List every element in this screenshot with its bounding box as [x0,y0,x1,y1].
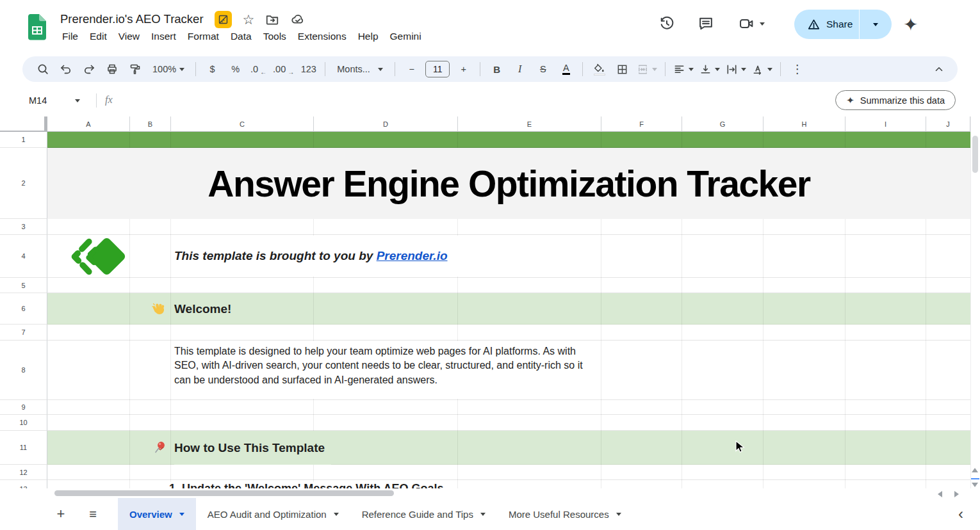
sheet-row-13[interactable]: 13 [0,480,970,488]
welcome-body-cell[interactable]: This template is designed to help your t… [171,341,601,399]
scroll-up-icon[interactable] [972,468,978,472]
tab-more-resources[interactable]: More Useful Resources [497,498,633,530]
fill-color-button[interactable] [588,59,610,79]
sheet-row-11[interactable]: 11 [0,431,970,465]
select-all-corner[interactable] [0,116,47,132]
row-header-3[interactable]: 3 [0,219,47,235]
sheet-row-9[interactable]: 9 [0,400,970,415]
hide-menus-button[interactable] [927,59,950,79]
tab-reference-guide[interactable]: Reference Guide and Tips [350,498,497,530]
menu-file[interactable]: File [56,29,84,44]
summarize-data-button[interactable]: ✦ Summarize this data [835,90,956,110]
more-formats-button[interactable]: 123 [297,59,320,79]
row-header-2[interactable]: 2 [0,148,47,219]
howto-heading-cell[interactable]: How to Use This Template [174,431,331,465]
column-header-b[interactable]: B [130,116,171,132]
menu-view[interactable]: View [113,29,145,44]
add-sheet-button[interactable]: + [53,506,69,522]
tab-caret-icon[interactable] [616,513,621,516]
redo-button[interactable] [78,59,100,79]
column-header-h[interactable]: H [764,116,845,132]
row-header-9[interactable]: 9 [0,400,47,415]
text-rotation-button[interactable] [749,59,775,79]
sheet-row-10[interactable]: 10 [0,415,970,431]
font-family-control[interactable]: Monts... [331,59,389,79]
menu-data[interactable]: Data [225,29,257,44]
horizontal-scrollbar-thumb[interactable] [54,490,394,496]
byline-cell[interactable]: This template is brought to you by Prere… [171,236,601,277]
cloud-status-icon[interactable] [290,12,305,27]
gemini-sparkle-icon[interactable]: ✦ [903,14,918,35]
row-header-6[interactable]: 6 [0,293,47,325]
menu-help[interactable]: Help [352,29,384,44]
row-header-11[interactable]: 11 [0,431,47,465]
share-caret-button[interactable] [860,10,892,39]
tab-aeo-audit[interactable]: AEO Audit and Optimization [196,498,350,530]
strikethrough-button[interactable]: S [532,59,554,79]
scroll-left-icon[interactable] [938,491,942,497]
menu-extensions[interactable]: Extensions [292,29,352,44]
undo-button[interactable] [54,59,77,79]
column-header-j[interactable]: J [926,116,970,132]
decrease-decimal-button[interactable]: .0← [247,59,270,79]
decrease-font-size-button[interactable]: − [400,59,423,79]
row-header-10[interactable]: 10 [0,415,47,431]
row-header-13[interactable]: 13 [0,480,47,488]
sheet-title-cell[interactable]: Answer Engine Optimization Tracker [47,148,970,219]
zoom-control[interactable]: 100% [147,59,190,79]
bold-button[interactable]: B [486,59,508,79]
italic-button[interactable]: I [509,59,531,79]
row-header-1[interactable]: 1 [0,132,47,148]
sheet-row-6[interactable]: 6 [0,293,970,325]
column-header-f[interactable]: F [601,116,682,132]
sheet-row-7[interactable]: 7 [0,325,970,341]
move-folder-icon[interactable] [265,12,279,26]
tab-caret-icon[interactable] [179,513,184,516]
column-header-g[interactable]: G [682,116,764,132]
sheet-row-1[interactable]: 1 [0,132,970,148]
search-menus-button[interactable] [31,59,54,79]
column-header-d[interactable]: D [314,116,458,132]
column-header-i[interactable]: I [845,116,926,132]
print-button[interactable] [101,59,123,79]
row-header-5[interactable]: 5 [0,278,47,293]
vertical-align-button[interactable] [697,59,723,79]
star-icon[interactable]: ☆ [243,13,255,26]
borders-button[interactable] [611,59,633,79]
sheet-row-12[interactable]: 12 [0,465,970,480]
all-sheets-button[interactable]: ≡ [85,507,101,522]
menu-gemini[interactable]: Gemini [384,29,427,44]
side-panel-collapse-icon[interactable]: ‹ [958,505,963,523]
menu-edit[interactable]: Edit [84,29,113,44]
increase-decimal-button[interactable]: .00→ [270,59,297,79]
tab-caret-icon[interactable] [480,513,486,516]
scroll-down-icon[interactable] [972,483,978,487]
labs-badge-icon[interactable] [215,11,232,28]
menu-tools[interactable]: Tools [257,29,292,44]
tab-caret-icon[interactable] [334,513,339,516]
menu-insert[interactable]: Insert [145,29,182,44]
format-currency-button[interactable]: $ [201,59,224,79]
sheet-row-5[interactable]: 5 [0,278,970,293]
vertical-scrollbar-thumb[interactable] [972,136,978,173]
menu-format[interactable]: Format [182,29,225,44]
text-color-button[interactable]: A [555,59,577,79]
video-call-button[interactable] [738,15,765,32]
version-history-icon[interactable] [658,15,675,32]
document-title[interactable]: Prerender.io's AEO Tracker [60,12,204,26]
row-header-8[interactable]: 8 [0,341,47,400]
comments-icon[interactable] [698,15,714,32]
column-header-a[interactable]: A [47,116,130,132]
column-header-c[interactable]: C [171,116,314,132]
format-percent-button[interactable]: % [224,59,247,79]
horizontal-align-button[interactable] [671,59,696,79]
sheet-row-3[interactable]: 3 [0,219,970,235]
more-toolbar-options-button[interactable]: ⋮ [786,59,808,79]
name-box[interactable]: M14 [22,91,86,110]
row-header-4[interactable]: 4 [0,235,47,278]
text-wrap-button[interactable] [723,59,749,79]
spreadsheet-grid[interactable]: A B C D E F G H I J 1 2 3 4 5 6 7 8 9 10… [0,116,970,488]
scroll-right-icon[interactable] [954,491,959,497]
video-call-caret-icon[interactable] [760,22,765,26]
welcome-heading-cell[interactable]: Welcome! [174,293,231,325]
